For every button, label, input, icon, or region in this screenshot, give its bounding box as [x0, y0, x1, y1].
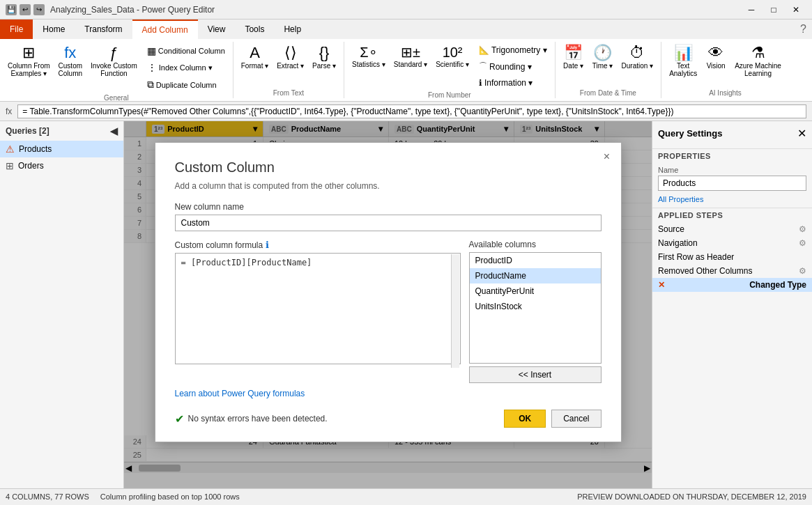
close-button[interactable]: ✕ — [786, 3, 806, 17]
query-item-products[interactable]: ⚠ Products — [0, 141, 123, 157]
conditional-column-button[interactable]: ▦ Conditional Column — [144, 43, 229, 59]
azure-ml-button[interactable]: ⚗ Azure MachineLearning — [731, 43, 785, 79]
formula-input[interactable]: = [ProductID][ProductName] — [175, 253, 461, 364]
information-label: Information ▾ — [484, 78, 533, 88]
formula-bar-input[interactable] — [17, 104, 806, 118]
name-input[interactable] — [658, 176, 806, 191]
text-analytics-icon: 📊 — [674, 45, 693, 61]
duplicate-column-button[interactable]: ⧉ Duplicate Column — [144, 77, 229, 93]
format-label: Format ▾ — [241, 62, 268, 70]
step-source[interactable]: Source ⚙ — [652, 222, 812, 236]
help-icon[interactable]: ? — [800, 23, 806, 36]
title-bar: 💾 ↩ ↪ Analyzing_Sales_Data - Power Query… — [0, 0, 812, 20]
avail-col-productid[interactable]: ProductID — [470, 253, 601, 268]
column-examples-label: Column FromExamples ▾ — [8, 62, 50, 77]
standard-button[interactable]: ⊞± Standard ▾ — [390, 43, 431, 70]
conditional-column-label: Conditional Column — [158, 47, 225, 55]
syntax-message: No syntax errors have been detected. — [188, 414, 328, 424]
invoke-custom-function-button[interactable]: ƒ Invoke CustomFunction — [87, 43, 141, 79]
ai-insights-label: AI Insights — [666, 88, 785, 97]
properties-section: PROPERTIES — [652, 148, 812, 163]
time-button[interactable]: 🕐 Time ▾ — [589, 43, 617, 72]
step-removed-other-columns[interactable]: Removed Other Columns ⚙ — [652, 264, 812, 278]
insert-button[interactable]: << Insert — [469, 366, 602, 383]
date-icon: 📅 — [564, 45, 583, 61]
applied-steps-section: APPLIED STEPS — [652, 208, 812, 222]
status-bar: 4 COLUMNS, 77 ROWS Column profiling base… — [0, 488, 812, 504]
rounding-button[interactable]: ⌒ Rounding ▾ — [475, 59, 551, 75]
general-group-label: General — [4, 93, 229, 102]
syntax-status: ✔ No syntax errors have been detected. — [175, 412, 328, 426]
modal-close-button[interactable]: × — [600, 150, 614, 164]
statistics-icon: Σ∘ — [360, 45, 377, 59]
ribbon-group-general: ⊞ Column FromExamples ▾ fx CustomColumn … — [0, 42, 233, 98]
parse-icon: {} — [319, 45, 330, 61]
query-item-orders[interactable]: ⊞ Orders — [0, 157, 123, 174]
tab-home[interactable]: Home — [33, 20, 75, 39]
queries-header: Queries [2] ◀ — [0, 121, 123, 141]
statistics-button[interactable]: Σ∘ Statistics ▾ — [348, 43, 389, 70]
maximize-button[interactable]: □ — [763, 3, 784, 17]
status-columns-rows: 4 COLUMNS, 77 ROWS — [6, 492, 89, 501]
rounding-icon: ⌒ — [479, 61, 487, 72]
step-navigation-gear[interactable]: ⚙ — [799, 238, 806, 248]
trigonometry-button[interactable]: 📐 Trigonometry ▾ — [475, 43, 551, 57]
tab-view[interactable]: View — [198, 20, 236, 39]
avail-col-quantityperunit[interactable]: QuantityPerUnit — [470, 283, 601, 299]
query-orders-label: Orders — [18, 161, 44, 171]
tab-transform[interactable]: Transform — [75, 20, 132, 39]
step-changed-type-x[interactable]: ✕ — [658, 280, 665, 290]
modal-footer: ✔ No syntax errors have been detected. O… — [175, 410, 602, 428]
learn-link[interactable]: Learn about Power Query formulas — [175, 389, 305, 398]
step-removed-cols-label: Removed Other Columns — [658, 266, 752, 276]
formula-label: Custom column formula ℹ — [175, 240, 461, 250]
ribbon-group-ai-insights: 📊 TextAnalytics 👁 Vision ⚗ Azure Machine… — [661, 42, 789, 98]
minimize-button[interactable]: ─ — [741, 3, 762, 17]
tab-tools[interactable]: Tools — [235, 20, 274, 39]
ok-button[interactable]: OK — [504, 410, 546, 428]
collapse-queries-icon[interactable]: ◀ — [110, 125, 118, 137]
redo-icon[interactable]: ↪ — [33, 4, 45, 15]
vision-button[interactable]: 👁 Vision — [702, 43, 730, 72]
avail-col-productname[interactable]: ProductName — [470, 268, 601, 283]
step-first-row-as-header[interactable]: First Row as Header — [652, 250, 812, 264]
step-removed-cols-gear[interactable]: ⚙ — [799, 266, 806, 276]
modal-actions: OK Cancel — [504, 410, 601, 428]
duration-button[interactable]: ⏱ Duration ▾ — [618, 43, 657, 72]
extract-button[interactable]: ⟨⟩ Extract ▾ — [273, 43, 307, 72]
tab-add-column[interactable]: Add Column — [132, 20, 198, 39]
avail-col-unitsinstock[interactable]: UnitsInStock — [470, 299, 601, 314]
step-source-gear[interactable]: ⚙ — [799, 224, 806, 234]
step-navigation[interactable]: Navigation ⚙ — [652, 236, 812, 250]
tab-help[interactable]: Help — [274, 20, 311, 39]
settings-close-button[interactable]: ✕ — [797, 127, 806, 140]
custom-column-modal: × Custom Column Add a column that is com… — [155, 142, 622, 442]
index-column-button[interactable]: ⋮ Index Column ▾ — [144, 60, 229, 75]
main-area: Queries [2] ◀ ⚠ Products ⊞ Orders 1²³ Pr… — [0, 121, 812, 488]
custom-column-button[interactable]: fx CustomColumn — [55, 43, 86, 79]
modal-subtitle: Add a column that is computed from the o… — [175, 181, 602, 191]
rounding-label: Rounding ▾ — [489, 62, 532, 72]
queries-title: Queries [2] — [6, 126, 49, 136]
all-properties-link[interactable]: All Properties — [652, 194, 812, 205]
parse-button[interactable]: {} Parse ▾ — [309, 43, 339, 72]
available-columns-panel: Available columns ProductID ProductName … — [469, 240, 602, 383]
window-controls: ─ □ ✕ — [741, 3, 806, 17]
tab-file[interactable]: File — [0, 20, 33, 39]
index-col-icon: ⋮ — [147, 62, 157, 73]
modal-title: Custom Column — [175, 160, 602, 176]
save-icon[interactable]: 💾 — [6, 4, 17, 15]
information-button[interactable]: ℹ Information ▾ — [475, 76, 551, 90]
date-button[interactable]: 📅 Date ▾ — [560, 43, 588, 72]
step-changed-type[interactable]: ✕ Changed Type — [652, 278, 812, 292]
query-settings-panel: Query Settings ✕ PROPERTIES Name All Pro… — [652, 121, 812, 488]
text-analytics-button[interactable]: 📊 TextAnalytics — [666, 43, 700, 79]
column-from-examples-button[interactable]: ⊞ Column FromExamples ▾ — [4, 43, 54, 79]
column-name-field: New column name — [175, 202, 602, 231]
format-button[interactable]: A Format ▾ — [238, 43, 272, 72]
cancel-button[interactable]: Cancel — [551, 410, 601, 428]
column-name-input[interactable] — [175, 215, 602, 231]
date-label: Date ▾ — [563, 62, 583, 70]
scientific-button[interactable]: 10² Scientific ▾ — [432, 43, 473, 70]
undo-icon[interactable]: ↩ — [20, 4, 31, 15]
